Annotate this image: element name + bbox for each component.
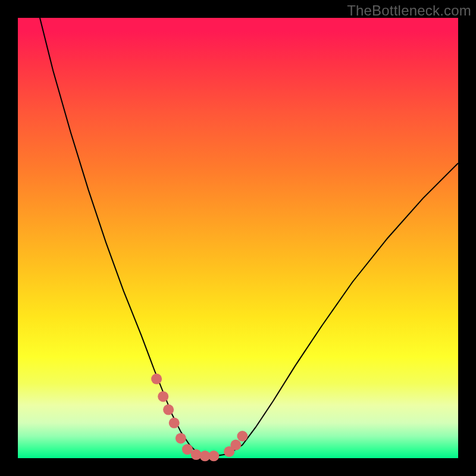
chart-svg (18, 18, 458, 458)
marker-point (230, 440, 241, 450)
marker-point (208, 450, 219, 461)
marker-point (169, 418, 180, 428)
marker-point (158, 391, 168, 402)
marker-point (237, 431, 248, 441)
marker-point (176, 433, 186, 444)
watermark-text: TheBottleneck.com (347, 2, 471, 19)
plot-area (18, 18, 458, 458)
marker-group (151, 374, 248, 462)
marker-point (163, 405, 174, 415)
bottleneck-curve (40, 18, 458, 456)
chart-frame: TheBottleneck.com (0, 0, 476, 476)
marker-point (151, 374, 162, 384)
